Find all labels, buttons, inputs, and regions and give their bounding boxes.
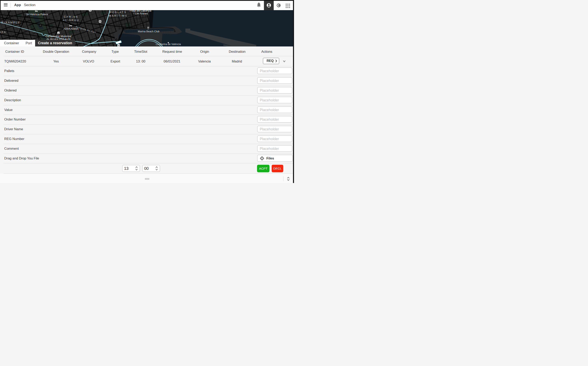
svg-text:AL GRAU: AL GRAU <box>63 19 79 22</box>
svg-text:Marina Beach Club: Marina Beach Club <box>138 30 159 33</box>
svg-text:Conservatori Municipal: Conservatori Municipal <box>46 35 71 38</box>
svg-text:– Les Arenes: – Les Arenes <box>133 12 148 15</box>
svg-text:La Marina de València: La Marina de València <box>156 43 181 46</box>
svg-text:CAMINS: CAMINS <box>64 15 78 18</box>
svg-text:MARÍTIMS: MARÍTIMS <box>109 14 128 17</box>
svg-text:SH Valencia Palace: SH Valencia Palace <box>26 13 48 16</box>
svg-text:EIXAMPLE: EIXAMPLE <box>2 21 21 24</box>
svg-text:POBLATS: POBLATS <box>110 11 127 14</box>
svg-text:Platja del Cabanyal: Platja del Cabanyal <box>130 10 151 12</box>
svg-text:AFA: AFA <box>0 31 6 34</box>
